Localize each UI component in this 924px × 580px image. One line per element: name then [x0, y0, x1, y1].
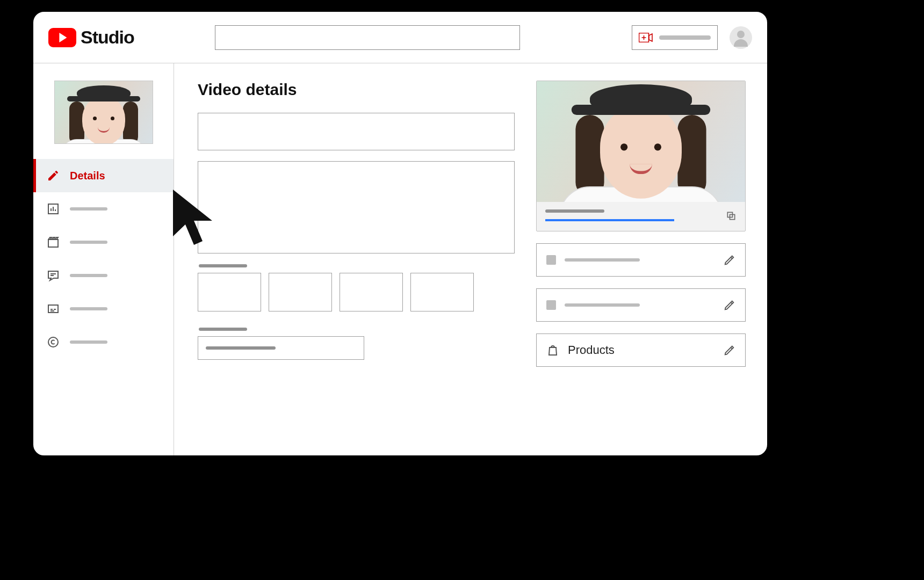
copyright-icon: [46, 335, 60, 349]
thumbnail-options: [198, 273, 515, 311]
create-button[interactable]: [632, 25, 718, 50]
thumbnail-option[interactable]: [410, 273, 474, 311]
edit-icon[interactable]: [724, 254, 735, 266]
playlist-select[interactable]: [198, 336, 364, 360]
thumbnail-option[interactable]: [198, 273, 261, 311]
sidebar-item-analytics[interactable]: [33, 192, 174, 226]
app-window: Studio: [32, 11, 768, 456]
bar-chart-icon: [46, 202, 60, 216]
svg-point-4: [48, 337, 58, 347]
logo[interactable]: Studio: [48, 27, 134, 48]
thumbnail-option[interactable]: [340, 273, 403, 311]
video-link-label: [545, 209, 604, 213]
shopping-bag-icon: [546, 344, 559, 357]
side-panel-row-products[interactable]: Products: [536, 334, 746, 367]
sidebar-item-comments[interactable]: [33, 259, 174, 292]
youtube-icon: [48, 28, 76, 47]
row-label: Products: [568, 343, 615, 357]
video-url[interactable]: [545, 219, 674, 221]
sidebar-item-label: Details: [70, 170, 105, 182]
generic-icon: [546, 300, 556, 310]
edit-icon[interactable]: [724, 299, 735, 311]
thumbnails-label: [199, 264, 247, 267]
brand-name: Studio: [81, 27, 134, 48]
row-label: [565, 258, 640, 262]
clapperboard-icon: [46, 235, 60, 249]
sidebar-item-label: [70, 340, 107, 344]
account-avatar[interactable]: [730, 26, 752, 49]
sidebar-item-label: [70, 241, 107, 244]
header: Studio: [33, 12, 767, 63]
svg-rect-2: [48, 240, 58, 247]
comment-icon: [46, 269, 60, 282]
sidebar-item-details[interactable]: Details: [33, 159, 174, 192]
video-preview[interactable]: [537, 81, 745, 202]
video-preview-card: [536, 81, 746, 231]
side-panel-row[interactable]: [536, 243, 746, 277]
generic-icon: [546, 255, 556, 265]
thumbnail-option[interactable]: [269, 273, 332, 311]
search-input[interactable]: [215, 25, 520, 50]
main-content: Video details: [174, 63, 767, 455]
sidebar: Details: [33, 63, 174, 455]
playlist-label: [199, 328, 247, 331]
sidebar-item-label: [70, 207, 107, 211]
copy-icon[interactable]: [726, 211, 737, 221]
page-title: Video details: [198, 81, 515, 99]
create-video-icon: [639, 33, 653, 42]
playlist-value: [206, 346, 276, 350]
row-label: [565, 303, 640, 307]
title-input[interactable]: [198, 113, 515, 150]
video-thumbnail-small[interactable]: [54, 81, 153, 144]
create-button-label: [659, 35, 711, 40]
edit-icon[interactable]: [724, 344, 735, 356]
sidebar-item-label: [70, 307, 107, 310]
sidebar-item-copyright[interactable]: [33, 325, 174, 359]
subtitles-icon: [46, 302, 60, 316]
sidebar-item-subtitles[interactable]: [33, 292, 174, 325]
sidebar-item-label: [70, 274, 107, 277]
side-panel-row[interactable]: [536, 288, 746, 322]
description-input[interactable]: [198, 161, 515, 253]
sidebar-item-editor[interactable]: [33, 226, 174, 259]
pencil-icon: [46, 169, 60, 183]
